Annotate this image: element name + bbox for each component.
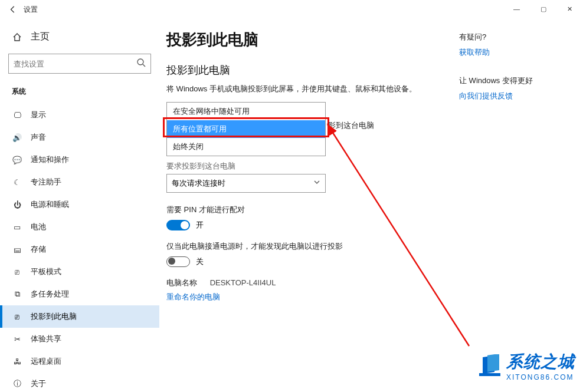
svg-point-0 xyxy=(137,59,143,65)
sidebar-icon: ⏻ xyxy=(12,200,22,209)
sidebar-icon: ☾ xyxy=(12,178,22,187)
page-description: 将 Windows 手机或电脑投影到此屏幕，并使用其键盘、鼠标和其他设备。 xyxy=(166,83,447,95)
svg-rect-3 xyxy=(487,354,499,372)
sidebar-item-5[interactable]: ▭电池 xyxy=(0,216,159,238)
pin-toggle[interactable] xyxy=(166,220,190,230)
window-title: 设置 xyxy=(24,5,38,15)
sidebar-section-title: 系统 xyxy=(0,84,159,104)
sidebar-item-2[interactable]: 💬通知和操作 xyxy=(0,149,159,171)
sidebar-icon: 🖴 xyxy=(12,245,22,254)
partial-trailing-text: 影到这台电脑 xyxy=(328,120,374,131)
sidebar-label: 专注助手 xyxy=(31,177,61,187)
page-h2: 投影到此电脑 xyxy=(166,63,447,77)
sidebar-item-10[interactable]: ✂体验共享 xyxy=(0,328,159,350)
ask-to-project-select[interactable]: 每次请求连接时 xyxy=(166,174,326,193)
sidebar-label: 电源和睡眠 xyxy=(31,199,69,210)
sidebar-icon: ✂ xyxy=(12,335,22,344)
sidebar-item-11[interactable]: 🖧远程桌面 xyxy=(0,350,159,373)
ask-to-project-value: 每次请求连接时 xyxy=(172,178,225,189)
chevron-down-icon xyxy=(313,179,320,187)
sidebar-label: 远程桌面 xyxy=(31,356,61,367)
sidebar-icon: ⧉ xyxy=(12,289,22,299)
ask-to-project-label: 要求投影到这台电脑 xyxy=(166,161,447,172)
give-feedback-link[interactable]: 向我们提供反馈 xyxy=(459,91,565,101)
sidebar-label: 多任务处理 xyxy=(31,289,69,299)
sidebar-home[interactable]: 主页 xyxy=(0,26,159,50)
dropdown-option-1[interactable]: 所有位置都可用 xyxy=(167,120,325,138)
watermark-text-2: XITONG86.COM xyxy=(506,373,575,381)
pin-toggle-state: 开 xyxy=(196,220,204,230)
sidebar-item-0[interactable]: 🖵显示 xyxy=(0,104,159,126)
page-h1: 投影到此电脑 xyxy=(166,29,447,50)
pin-label: 需要 PIN 才能进行配对 xyxy=(166,205,447,215)
sidebar-icon: 🖵 xyxy=(12,111,22,120)
power-label: 仅当此电脑接通电源时，才能发现此电脑以进行投影 xyxy=(166,241,447,252)
sidebar-label: 投影到此电脑 xyxy=(31,311,77,322)
sidebar-label: 关于 xyxy=(31,378,46,389)
dropdown-option-2[interactable]: 始终关闭 xyxy=(167,138,325,156)
dropdown-option-0[interactable]: 在安全网络中随处可用 xyxy=(167,103,325,120)
sidebar-item-9[interactable]: ⎚投影到此电脑 xyxy=(0,305,159,328)
sidebar-icon: ⎚ xyxy=(12,268,22,276)
power-toggle-state: 关 xyxy=(196,256,204,267)
sidebar-label: 声音 xyxy=(31,132,46,143)
sidebar-item-12[interactable]: ⓘ关于 xyxy=(0,373,159,392)
sidebar-item-3[interactable]: ☾专注助手 xyxy=(0,171,159,193)
sidebar-label: 电池 xyxy=(31,222,46,232)
sidebar-label: 平板模式 xyxy=(31,266,61,277)
sidebar-item-8[interactable]: ⧉多任务处理 xyxy=(0,283,159,305)
maximize-button[interactable]: ▢ xyxy=(530,0,556,18)
availability-dropdown-open[interactable]: 在安全网络中随处可用所有位置都可用始终关闭 xyxy=(166,102,326,156)
sidebar-item-4[interactable]: ⏻电源和睡眠 xyxy=(0,193,159,216)
minimize-button[interactable]: — xyxy=(503,0,530,18)
sidebar-item-7[interactable]: ⎚平板模式 xyxy=(0,261,159,283)
sidebar-icon: ⓘ xyxy=(12,378,22,389)
get-help-link[interactable]: 获取帮助 xyxy=(459,47,565,58)
search-input[interactable] xyxy=(14,60,136,68)
power-toggle[interactable] xyxy=(166,256,190,267)
pcname-label: 电脑名称 xyxy=(166,278,197,287)
search-box[interactable] xyxy=(8,54,151,74)
watermark-logo-icon xyxy=(478,354,502,378)
sidebar-item-6[interactable]: 🖴存储 xyxy=(0,238,159,261)
sidebar-icon: ⎚ xyxy=(12,312,22,321)
feedback-title: 让 Windows 变得更好 xyxy=(459,75,565,86)
sidebar-icon: 🖧 xyxy=(12,357,22,366)
back-button[interactable] xyxy=(6,2,20,17)
sidebar-label: 通知和操作 xyxy=(31,154,69,165)
close-button[interactable]: ✕ xyxy=(556,0,583,18)
help-title: 有疑问? xyxy=(459,32,565,42)
search-icon xyxy=(136,58,146,70)
sidebar-label: 存储 xyxy=(31,244,46,255)
sidebar: 主页 系统 🖵显示🔊声音💬通知和操作☾专注助手⏻电源和睡眠▭电池🖴存储⎚平板模式… xyxy=(0,19,159,392)
sidebar-item-1[interactable]: 🔊声音 xyxy=(0,126,159,149)
home-icon xyxy=(12,32,22,42)
sidebar-label: 体验共享 xyxy=(31,334,61,344)
sidebar-label: 显示 xyxy=(31,110,46,120)
watermark: 系统之城 XITONG86.COM xyxy=(478,351,575,381)
home-label: 主页 xyxy=(31,31,50,43)
sidebar-icon: ▭ xyxy=(12,223,22,232)
svg-rect-4 xyxy=(479,373,500,376)
pcname-value: DESKTOP-L4II4UL xyxy=(210,278,276,287)
sidebar-icon: 🔊 xyxy=(12,133,22,142)
rename-pc-link[interactable]: 重命名你的电脑 xyxy=(166,292,447,302)
watermark-text-1: 系统之城 xyxy=(506,351,575,373)
sidebar-icon: 💬 xyxy=(12,156,22,164)
